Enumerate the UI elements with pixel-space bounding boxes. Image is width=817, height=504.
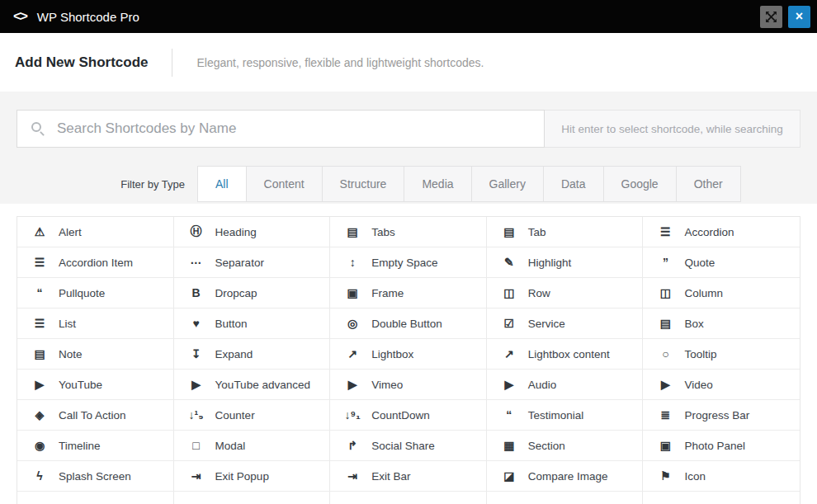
- filter-tab-other[interactable]: Other: [676, 166, 741, 202]
- shortcode-item-tooltip[interactable]: ○ Tooltip: [643, 339, 800, 370]
- shortcode-item-exit-bar[interactable]: ⇥ Exit Bar: [330, 461, 487, 492]
- youtube-play-icon: ▶: [187, 378, 206, 391]
- column-icon: ◫: [655, 286, 675, 299]
- shortcode-item-modal[interactable]: □ Modal: [174, 431, 331, 461]
- shortcode-item-partial[interactable]: [17, 492, 174, 504]
- shortcode-item-label: Box: [684, 318, 703, 330]
- shortcode-item-audio[interactable]: ▶ Audio: [487, 370, 644, 400]
- search-filter-section: Hit enter to select shortcode, while sea…: [0, 92, 817, 204]
- heart-icon: ♥: [187, 317, 206, 330]
- shortcode-item-partial[interactable]: [330, 492, 487, 504]
- shortcode-item-counter[interactable]: ↓¹₉ Counter: [174, 400, 331, 431]
- sort-numeric-asc-icon: ↓¹₉: [187, 408, 206, 422]
- frame-image-icon: ▣: [342, 286, 362, 299]
- shortcode-item-tabs[interactable]: ▤ Tabs: [330, 217, 487, 247]
- shortcode-item-testimonial[interactable]: “ Testimonial: [487, 400, 644, 431]
- share-icon: ↱: [342, 439, 362, 452]
- alert-icon: ⚠: [30, 225, 50, 238]
- filter-tab-gallery[interactable]: Gallery: [471, 166, 544, 202]
- shortcode-item-progress-bar[interactable]: ≣ Progress Bar: [643, 400, 800, 431]
- shortcode-item-section[interactable]: ▦ Section: [487, 431, 644, 461]
- shortcode-item-call-to-action[interactable]: ◈ Call To Action: [17, 400, 174, 431]
- shortcode-item-video[interactable]: ▶ Video: [643, 370, 800, 400]
- shortcode-item-label: Quote: [684, 257, 715, 269]
- shortcode-item-accordion[interactable]: ☰ Accordion: [643, 217, 800, 247]
- shortcode-item-note[interactable]: ▤ Note: [17, 339, 174, 370]
- shortcode-item-frame[interactable]: ▣ Frame: [330, 278, 487, 309]
- shortcode-item-vimeo[interactable]: ▶ Vimeo: [330, 370, 487, 400]
- shortcode-item-label: Alert: [59, 226, 82, 238]
- filter-tab-all[interactable]: All: [197, 166, 247, 202]
- note-icon: ▤: [30, 347, 50, 360]
- page-subtitle: Elegant, responsive, flexible and lightw…: [197, 56, 484, 69]
- filter-tabs: AllContentStructureMediaGalleryDataGoogl…: [198, 166, 741, 202]
- filter-tab-content[interactable]: Content: [246, 166, 323, 202]
- fullscreen-button[interactable]: [760, 6, 782, 28]
- filter-tab-media[interactable]: Media: [404, 166, 471, 202]
- shortcode-item-double-button[interactable]: ◎ Double Button: [330, 309, 487, 339]
- flag-icon: ⚑: [655, 469, 675, 483]
- shortcode-item-highlight[interactable]: ✎ Highlight: [487, 247, 644, 278]
- search-box: [17, 110, 545, 148]
- list-icon: ☰: [30, 317, 50, 330]
- shortcode-item-photo-panel[interactable]: ▣ Photo Panel: [643, 431, 800, 461]
- shortcode-item-pullquote[interactable]: “ Pullquote: [17, 278, 174, 309]
- filter-row: Filter by Type AllContentStructureMediaG…: [17, 166, 800, 202]
- shortcode-item-label: Testimonial: [528, 409, 584, 422]
- shortcode-item-youtube[interactable]: ▶ YouTube: [17, 370, 174, 400]
- shortcode-item-button[interactable]: ♥ Button: [174, 309, 331, 339]
- heading-icon: Ⓗ: [187, 224, 206, 239]
- shortcode-item-lightbox[interactable]: ↗ Lightbox: [330, 339, 487, 370]
- shortcode-item-quote[interactable]: ” Quote: [643, 247, 800, 278]
- shortcode-item-label: YouTube: [59, 379, 102, 391]
- search-input[interactable]: [17, 111, 544, 147]
- filter-tab-structure[interactable]: Structure: [322, 166, 405, 202]
- shortcode-item-row[interactable]: ◫ Row: [487, 278, 644, 309]
- shortcode-item-tab[interactable]: ▤ Tab: [487, 217, 644, 247]
- shortcode-item-accordion-item[interactable]: ☰ Accordion Item: [17, 247, 174, 278]
- shortcode-item-partial[interactable]: [643, 492, 800, 504]
- shortcode-item-timeline[interactable]: ◉ Timeline: [17, 431, 174, 461]
- shortcode-item-service[interactable]: ☑ Service: [487, 309, 644, 339]
- external-link-icon: ↗: [342, 347, 362, 360]
- pullquote-icon: “: [30, 286, 50, 299]
- shortcode-item-label: Icon: [684, 470, 706, 483]
- shortcode-item-dropcap[interactable]: B Dropcap: [174, 278, 331, 309]
- shortcode-item-splash-screen[interactable]: ϟ Splash Screen: [17, 461, 174, 492]
- shortcode-item-label: Exit Bar: [371, 470, 410, 483]
- shortcode-item-empty-space[interactable]: ↕ Empty Space: [330, 247, 487, 278]
- shortcode-item-column[interactable]: ◫ Column: [643, 278, 800, 309]
- header-band: Add New Shortcode Elegant, responsive, f…: [0, 33, 817, 92]
- shortcode-item-heading[interactable]: Ⓗ Heading: [174, 217, 331, 247]
- shortcode-item-label: CountDown: [371, 409, 430, 422]
- shortcode-item-label: Button: [215, 318, 248, 330]
- close-button[interactable]: ×: [788, 6, 810, 28]
- shortcode-item-icon[interactable]: ⚑ Icon: [643, 461, 800, 492]
- shortcode-item-expand[interactable]: ↧ Expand: [174, 339, 331, 370]
- filter-tab-data[interactable]: Data: [543, 166, 604, 202]
- shortcode-item-compare-image[interactable]: ◪ Compare Image: [487, 461, 644, 492]
- shortcode-item-box[interactable]: ▤ Box: [643, 309, 800, 339]
- dropcap-icon: B: [187, 286, 206, 299]
- expand-arrows-icon: [765, 11, 777, 23]
- shortcode-item-exit-popup[interactable]: ⇥ Exit Popup: [174, 461, 331, 492]
- video-play-icon: ▶: [655, 378, 675, 391]
- shortcode-item-label: Tab: [528, 226, 546, 238]
- shortcode-item-partial[interactable]: [487, 492, 644, 504]
- shortcode-item-countdown[interactable]: ↓⁹₁ CountDown: [330, 400, 487, 431]
- shortcode-item-partial[interactable]: [174, 492, 331, 504]
- shortcode-item-label: Exit Popup: [215, 470, 269, 483]
- shortcode-item-label: Separator: [215, 257, 264, 269]
- shortcode-item-alert[interactable]: ⚠ Alert: [17, 217, 174, 247]
- filter-tab-google[interactable]: Google: [603, 166, 677, 202]
- shortcode-item-label: Double Button: [371, 318, 442, 330]
- shortcode-item-label: Video: [684, 379, 712, 391]
- shortcode-item-list[interactable]: ☰ List: [17, 309, 174, 339]
- shortcode-item-lightbox-content[interactable]: ↗ Lightbox content: [487, 339, 644, 370]
- shortcode-item-label: Service: [528, 318, 565, 330]
- shortcode-item-social-share[interactable]: ↱ Social Share: [330, 431, 487, 461]
- exit-icon: ⇥: [187, 469, 206, 483]
- shortcode-item-youtube-advanced[interactable]: ▶ YouTube advanced: [174, 370, 331, 400]
- shortcode-item-label: Lightbox content: [528, 348, 610, 360]
- shortcode-item-separator[interactable]: ⋯ Separator: [174, 247, 331, 278]
